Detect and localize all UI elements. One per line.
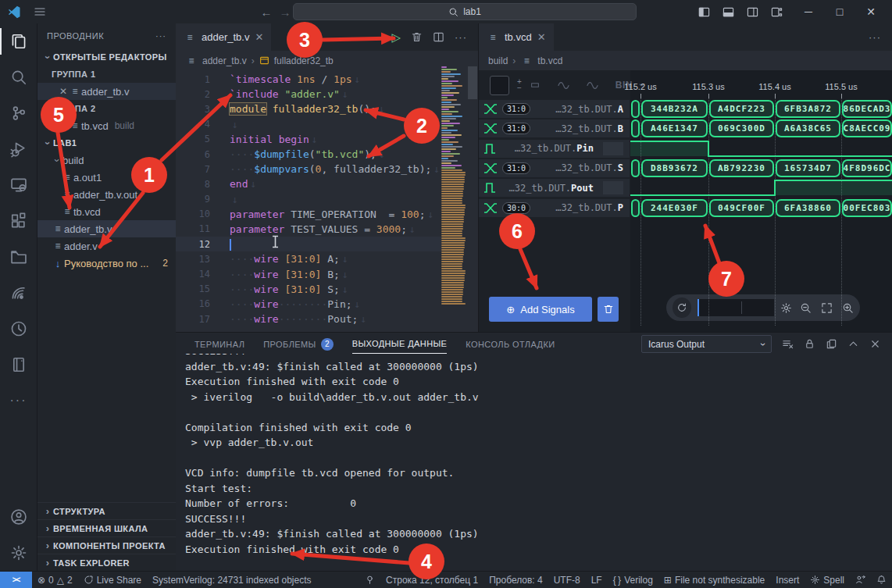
tree-item--...[interactable]: ↓Руководство по ...2: [37, 255, 176, 272]
tree-item-adder_tb.v.out[interactable]: ≡adder_tb.v.out: [37, 186, 176, 203]
remote-indicator[interactable]: ><: [0, 572, 32, 588]
breadcrumb-file[interactable]: tb.vcd: [537, 55, 562, 66]
status-spell[interactable]: Spell: [805, 572, 850, 588]
zoom-out-icon[interactable]: [800, 302, 812, 314]
activity-more[interactable]: ···: [0, 383, 37, 419]
settings-gear-icon[interactable]: [780, 302, 792, 314]
tree-item-adder_tb.v[interactable]: ≡adder_tb.v: [37, 220, 176, 237]
code-line-11[interactable]: 11parameter TEST_VALUES = 3000;↓: [176, 222, 441, 237]
run-button[interactable]: ▷: [391, 30, 401, 45]
status-feedback[interactable]: [850, 572, 871, 588]
toggle-panel-icon[interactable]: [723, 6, 734, 18]
code-line-4[interactable]: 4↓: [176, 117, 441, 132]
refresh-button[interactable]: [673, 298, 691, 318]
status-indentation[interactable]: Пробелов: 4: [483, 572, 548, 588]
activity-explorer[interactable]: [0, 23, 37, 59]
signal-label-P[interactable]: 30:0…32_tb.DUT.P: [479, 199, 630, 217]
activity-project-folder[interactable]: [0, 239, 37, 275]
add-signals-button[interactable]: ⊕ Add Signals: [489, 297, 592, 322]
tree-item-build[interactable]: ›build: [37, 151, 176, 169]
code-line-13[interactable]: 13····wire [31:0] A;↓: [176, 251, 441, 266]
tree-item-adder.v[interactable]: ≡adder.v: [37, 237, 176, 255]
zoom-in-icon[interactable]: [842, 302, 854, 314]
signal-label-S[interactable]: 31:0…32_tb.DUT.S: [479, 159, 630, 177]
status-insert-mode[interactable]: Insert: [770, 572, 805, 588]
trash-icon[interactable]: [411, 31, 423, 43]
waveform-more-icon[interactable]: ···: [869, 31, 881, 43]
open-editor-item-tb.vcd[interactable]: ≡tb.vcdbuild: [37, 117, 176, 134]
minimize-button[interactable]: ─: [803, 5, 814, 18]
editor-scrollbar[interactable]: [468, 66, 477, 99]
activity-settings[interactable]: [0, 535, 37, 571]
status-encoding[interactable]: UTF-8: [548, 572, 586, 588]
output-channel-select[interactable]: Icarus Output ›: [641, 335, 772, 353]
lock-icon[interactable]: [804, 338, 815, 350]
code-editor[interactable]: 1`timescale 1ns / 1ps↓2`include "adder.v…: [176, 72, 441, 332]
code-line-6[interactable]: 6····$dumpfile("tb.vcd");↓: [176, 147, 441, 162]
toggle-secondary-sidebar-icon[interactable]: [747, 6, 758, 18]
activity-accounts[interactable]: [0, 499, 37, 535]
status-problems[interactable]: ⊗0 △2: [32, 572, 78, 588]
customize-layout-icon[interactable]: [771, 6, 783, 18]
activity-search[interactable]: [0, 59, 37, 95]
close-panel-icon[interactable]: [869, 338, 881, 350]
close-button[interactable]: ✕: [865, 5, 876, 18]
code-line-9[interactable]: 9↓: [176, 192, 441, 207]
signal-label-B[interactable]: 31:0…32_tb.DUT.B: [479, 119, 630, 137]
toggle-sidebar-icon[interactable]: [698, 6, 710, 18]
signal-label-A[interactable]: 31:0…32_tb.DUT.A: [479, 100, 630, 118]
status-indexing[interactable]: SystemVerilog: 24731 indexed objects: [147, 572, 316, 588]
code-line-8[interactable]: 8end↓: [176, 176, 441, 191]
code-line-15[interactable]: 15····wire [31:0] S;↓: [176, 282, 441, 297]
code-line-10[interactable]: 10parameter TIME_OPERATION = 100;↓: [176, 207, 441, 222]
signal-row-P[interactable]: 30:0…32_tb.DUT.P244E030F049CF00F6FA38860…: [479, 199, 892, 217]
tab-close-icon[interactable]: ✕: [255, 31, 263, 43]
signal-label-Pin[interactable]: …32_tb.DUT.Pin: [479, 140, 630, 158]
code-line-2[interactable]: 2`include "adder.v"↓: [176, 87, 441, 102]
breadcrumb-file[interactable]: adder_tb.v: [202, 55, 247, 66]
panel-tab-консоль-отладки[interactable]: КОНСОЛЬ ОТЛАДКИ: [466, 333, 555, 354]
signal-row-Pin[interactable]: …32_tb.DUT.Pin: [479, 140, 892, 158]
split-editor-icon[interactable]: [433, 31, 444, 43]
activity-notebook[interactable]: [0, 347, 37, 383]
status-port[interactable]: [359, 572, 380, 588]
zoom-fit-icon[interactable]: [821, 302, 833, 314]
signal-row-A[interactable]: 31:0…32_tb.DUT.A344B232AA4DCF2236FB3A872…: [479, 100, 892, 118]
minimap[interactable]: [441, 66, 468, 328]
activity-timeline[interactable]: [0, 311, 37, 347]
status-eol[interactable]: LF: [586, 572, 608, 588]
tab-adder-tb[interactable]: ≡ adder_tb.v ✕: [176, 23, 271, 51]
breadcrumb-folder[interactable]: build: [488, 55, 508, 66]
tab-tb-vcd[interactable]: ≡ tb.vcd ✕: [479, 23, 554, 51]
signal-row-B[interactable]: 31:0…32_tb.DUT.BA46E1347069C300DA6A38C65…: [479, 119, 892, 137]
section-компоненты-проекта[interactable]: ›КОМПОНЕНТЫ ПРОЕКТА: [37, 536, 176, 554]
nav-back-icon[interactable]: ←: [257, 5, 276, 19]
code-line-12[interactable]: 12: [176, 237, 441, 251]
status-live-share[interactable]: Live Share: [78, 572, 147, 588]
nav-forward-icon[interactable]: →: [276, 5, 294, 19]
signal-row-Pout[interactable]: …32_tb.DUT.Pout: [479, 179, 892, 197]
tab-close-icon[interactable]: ✕: [537, 31, 546, 43]
status-synthesizable[interactable]: ⊞File not synthesizable: [658, 572, 770, 588]
code-line-7[interactable]: 7····$dumpvars(0, fulladder32_tb);↓: [176, 162, 441, 176]
waveform-breadcrumb[interactable]: build › ≡ tb.vcd: [479, 51, 892, 70]
color-swatch[interactable]: [490, 76, 509, 95]
status-language[interactable]: { }Verilog: [608, 572, 658, 588]
open-in-editor-icon[interactable]: [826, 338, 837, 350]
activity-extensions[interactable]: [0, 203, 37, 239]
activity-platformio[interactable]: [0, 275, 37, 311]
code-line-5[interactable]: 5initial begin↓: [176, 132, 441, 147]
remove-signals-button[interactable]: [598, 297, 619, 322]
close-editor-icon[interactable]: ✕: [58, 86, 69, 97]
code-line-17[interactable]: 17····wire········Pout;↓: [176, 312, 441, 326]
menu-icon[interactable]: [34, 5, 46, 18]
tree-item-a.out1[interactable]: ≡a.out1: [37, 169, 176, 186]
section-task-explorer[interactable]: ›TASK EXPLORER: [37, 554, 176, 571]
signal-row-S[interactable]: 31:0…32_tb.DUT.SD8B93672AB792230165734D7…: [479, 159, 892, 177]
activity-remote-explorer[interactable]: [0, 167, 37, 203]
section-структура[interactable]: ›СТРУКТУРА: [37, 502, 176, 519]
output-console[interactable]: SUCCESS!!!adder_tb.v:49: $finish called …: [185, 333, 892, 571]
open-editor-item-adder_tb.v[interactable]: ✕≡adder_tb.v: [37, 83, 176, 100]
command-center-search[interactable]: lab1: [293, 3, 637, 20]
analog-wave2-icon[interactable]: [587, 80, 598, 91]
